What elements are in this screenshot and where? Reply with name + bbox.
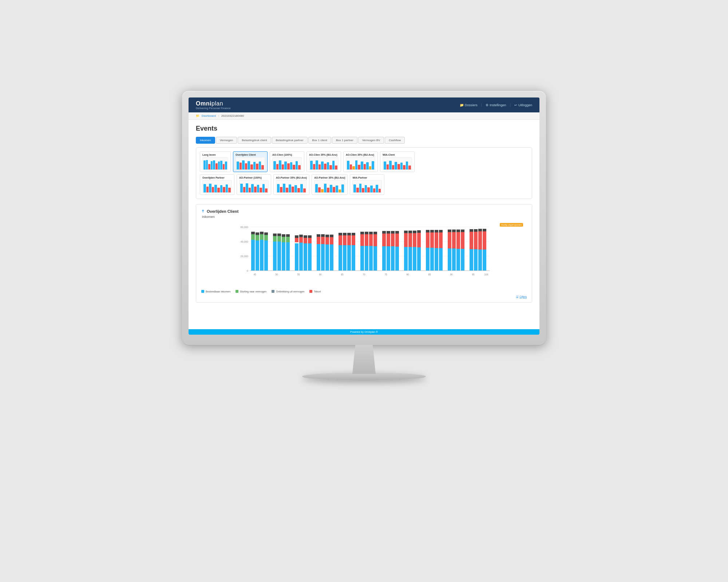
nav-divider-1: | <box>481 103 482 107</box>
legend-label-onttrekking: Onttrekking uit vermogen <box>276 290 304 293</box>
svg-rect-98 <box>413 247 416 271</box>
mini-bar <box>395 162 397 170</box>
svg-text:40,000: 40,000 <box>241 240 249 243</box>
event-card-overlijden-client[interactable]: Overlijden Client <box>233 151 268 172</box>
tab-belastingdruk-client[interactable]: Belastingdruk client <box>238 137 271 144</box>
mini-bar <box>209 184 211 192</box>
mini-bar <box>330 185 332 192</box>
event-card-wia-client-chart <box>383 157 412 170</box>
mini-bar <box>352 166 355 170</box>
app-main: Events Inkomen Vermogen Belastingdruk cl… <box>189 120 539 329</box>
svg-rect-47 <box>321 244 325 271</box>
mini-bar <box>359 184 362 192</box>
mini-bar <box>376 185 378 192</box>
mini-bar <box>300 184 303 192</box>
mini-bar <box>356 188 359 192</box>
nav-instellingen[interactable]: ⚙ Instellingen <box>486 103 506 107</box>
event-card-ao-partner-35b[interactable]: AO-Partner 35% (BU-Anz) <box>312 174 348 195</box>
mini-bar <box>296 161 298 170</box>
event-card-ao-partner-100[interactable]: AO-Partner (100%) <box>237 174 271 195</box>
event-card-wia-partner[interactable]: WIA-Partner <box>350 174 384 195</box>
mini-bar <box>262 184 265 192</box>
svg-rect-27 <box>282 237 285 242</box>
monitor-frame: Omniplan Delivering Personal Finance 📁 D… <box>164 91 564 491</box>
tab-vermogen-bv[interactable]: Vermogen BV <box>358 137 384 144</box>
svg-rect-134 <box>478 250 482 271</box>
event-card-overlijden-client-title: Overlijden Client <box>236 154 265 156</box>
mini-bar <box>265 188 268 192</box>
mini-bar <box>318 187 321 192</box>
event-card-overlijden-partner[interactable]: Overlijden Partner <box>200 174 234 195</box>
tab-box1-partner[interactable]: Box 1 partner <box>332 137 357 144</box>
tab-box1-client[interactable]: Box 1 client <box>308 137 331 144</box>
svg-rect-137 <box>483 250 486 271</box>
cijfers-link[interactable]: ☑ Cijfers <box>516 295 527 298</box>
tab-vermogen[interactable]: Vermogen <box>216 137 237 144</box>
tab-belastingdruk-partner[interactable]: Belastingdruk partner <box>272 137 308 144</box>
nav-dossiers[interactable]: 📁 Dossiers <box>460 103 478 107</box>
tab-inkomen[interactable]: Inkomen <box>196 137 215 144</box>
nav-uitloggen[interactable]: ↩ Uitloggen <box>514 103 532 107</box>
event-card-overlijden-client-chart <box>236 157 265 170</box>
event-card-lang-leven-chart <box>202 157 228 170</box>
svg-rect-63 <box>347 235 351 245</box>
mini-bar <box>318 164 321 170</box>
mini-bar <box>273 161 276 170</box>
event-card-ao-clien-35b[interactable]: AO-Clien 35% (BU-Anz) <box>343 151 378 172</box>
chart-section: ✝ Overlijden Client Inkomen Huidig uitga… <box>196 204 532 303</box>
event-card-ao-clien-100-title: AO-Clien (100%) <box>272 154 302 156</box>
svg-rect-70 <box>360 232 364 234</box>
mini-bar <box>242 160 245 170</box>
event-card-ao-partner-35-chart <box>276 180 307 193</box>
svg-rect-62 <box>347 245 351 271</box>
mini-bar <box>335 166 337 170</box>
svg-rect-58 <box>339 233 342 235</box>
event-card-ao-clien-35[interactable]: AO-Clien 35% (BU-Anz) <box>306 151 341 172</box>
event-card-wia-partner-chart <box>352 180 382 193</box>
event-card-ao-partner-35b-title: AO-Partner 35% (BU-Anz) <box>314 176 345 179</box>
mini-bar <box>347 161 349 170</box>
mini-bar <box>276 164 279 170</box>
monitor-bezel: Omniplan Delivering Personal Finance 📁 D… <box>182 91 546 346</box>
mini-bar <box>353 184 356 192</box>
svg-rect-65 <box>352 245 355 271</box>
mini-bars-ao-partner-100 <box>240 180 268 192</box>
mini-bar <box>284 162 287 170</box>
nav-dossiers-label: Dossiers <box>465 103 478 107</box>
mini-bar <box>248 161 250 170</box>
mini-bar <box>361 162 363 170</box>
mini-bar <box>246 183 248 192</box>
mini-bar <box>259 162 261 170</box>
svg-rect-99 <box>413 233 416 247</box>
svg-rect-64 <box>347 233 351 235</box>
svg-rect-90 <box>395 234 399 247</box>
event-card-wia-client[interactable]: WIA-Clent <box>380 151 415 172</box>
main-chart-area: Huidig uitganspunten 60,000 40,000 20,00… <box>201 222 527 287</box>
mini-bar <box>341 184 344 192</box>
svg-rect-39 <box>304 238 307 243</box>
cross-icon: ✝ <box>201 209 205 214</box>
svg-rect-103 <box>417 230 421 233</box>
svg-rect-12 <box>256 235 259 240</box>
mini-bar <box>261 165 264 170</box>
svg-rect-129 <box>470 232 473 249</box>
event-card-ao-clien-100[interactable]: AO-Clien (100%) <box>270 151 304 172</box>
svg-rect-105 <box>426 232 430 248</box>
event-card-lang-leven[interactable]: Lang leven <box>200 151 231 172</box>
breadcrumb-dashboard[interactable]: Dashboard <box>202 114 216 117</box>
logout-icon: ↩ <box>514 103 517 107</box>
event-card-ao-partner-35[interactable]: AO-Partner 35% (BU-Anz) <box>273 174 309 195</box>
svg-rect-71 <box>365 246 368 271</box>
chart-legend: Besteedbaar inkomen Storting naar vermog… <box>201 290 527 293</box>
svg-rect-97 <box>408 231 412 233</box>
svg-text:20,000: 20,000 <box>241 255 249 258</box>
mini-bars-ao-partner-35 <box>276 180 306 192</box>
mini-bar <box>208 164 210 170</box>
mini-bar <box>332 161 335 170</box>
svg-rect-33 <box>295 238 298 242</box>
svg-text:75: 75 <box>384 273 387 276</box>
svg-rect-127 <box>461 230 464 232</box>
mini-bar <box>253 162 256 170</box>
tab-cashflow[interactable]: Cashflow <box>385 137 405 144</box>
svg-rect-23 <box>277 242 281 271</box>
